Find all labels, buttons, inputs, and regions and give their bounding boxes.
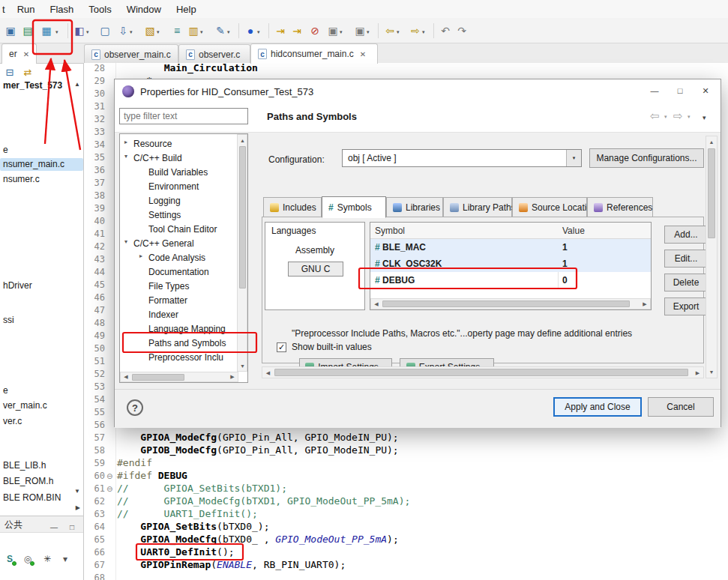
forward-icon[interactable]: ⇨ [408,23,423,38]
view-menu-icon[interactable]: ▾ [703,114,706,121]
tree-item-selected[interactable]: nsumer_main.c [0,158,83,171]
scrollbar-thumb[interactable] [239,146,246,289]
status-s-icon[interactable]: S [3,552,16,566]
tree-item-resource[interactable]: Resource [133,137,172,151]
line-number[interactable]: 40 [84,215,105,228]
scrollbar-thumb[interactable] [382,300,630,307]
tree-item[interactable]: e [0,144,8,157]
tree-item-environment[interactable]: Environment [148,180,199,193]
line-number[interactable]: 54 [84,393,105,406]
menu-item-flash[interactable]: Flash [42,4,81,15]
line-number[interactable]: 46 [84,291,105,304]
table-horizontal-scrollbar[interactable]: ◀ ▶ [370,298,651,309]
fold-marker-icon[interactable]: ⊖ [106,470,115,483]
maximize-icon[interactable]: □ [668,81,692,100]
scroll-up-icon[interactable]: ▲ [74,81,80,88]
scrollbar-thumb[interactable] [132,374,184,381]
line-number[interactable]: 34 [84,139,105,151]
database-caret-icon[interactable]: ▾ [200,29,203,35]
line-number[interactable]: 37 [84,177,105,190]
library-stack-icon[interactable]: ≡ [169,23,184,38]
line-number[interactable]: 66 [84,546,105,559]
line-number[interactable]: 61 [84,483,105,495]
add-button[interactable]: Add... [664,226,708,244]
debug-configurations-caret-icon[interactable]: ▾ [55,29,58,35]
scrollbar-thumb[interactable] [274,369,688,376]
line-number[interactable]: 39 [84,202,105,215]
scroll-left-icon[interactable]: ◀ [263,368,273,378]
back-caret-icon[interactable]: ▾ [397,29,400,35]
line-number[interactable]: 53 [84,381,105,393]
line-number[interactable]: 48 [84,317,105,330]
open-window-icon[interactable]: ▣ [352,23,367,38]
tab-references[interactable]: References [587,197,653,217]
fold-marker-icon[interactable]: ⊖ [106,483,115,495]
forward-caret-icon[interactable]: ▾ [422,29,425,35]
tree-item[interactable]: BLE_LIB.h [0,459,46,472]
maximize-panel-icon[interactable]: □ [70,519,74,536]
export-button[interactable]: Export [664,297,708,315]
tree-vertical-scrollbar[interactable]: ▲ ▼ [237,134,247,372]
line-number[interactable]: 60 [84,470,105,483]
line-number[interactable]: 52 [84,368,105,381]
tree-item[interactable]: ver_main.c [0,399,47,412]
line-number[interactable]: 67 [84,559,105,572]
tab-libraries[interactable]: Libraries [386,197,443,217]
tree-item-language-mapping[interactable]: Language Mapping [148,322,226,336]
tab-hidconsumer-main-c[interactable]: c hidconsumer_main.c ✕ [250,43,378,64]
tree-item[interactable]: ver.c [0,415,22,428]
chevron-right-icon[interactable]: ▸ [124,139,127,145]
menu-item-project[interactable]: t [0,4,10,15]
chevron-right-icon[interactable]: ▸ [139,253,142,259]
table-row-debug[interactable]: # DEBUG 0 [370,272,651,289]
tree-item[interactable]: hDriver [0,280,32,292]
redo-icon[interactable]: ↷ [454,23,469,38]
apply-and-close-button[interactable]: Apply and Close [553,397,642,417]
line-number[interactable]: 62 [84,495,105,508]
tree-item-project[interactable]: mer_Test_573 [0,79,62,92]
table-header-row[interactable]: Symbol Value [370,223,651,239]
line-number[interactable]: 44 [84,266,105,279]
scroll-down-icon[interactable]: ▼ [706,367,717,377]
build-package-icon[interactable]: ▧ [142,23,157,38]
tree-item-tool-chain-editor[interactable]: Tool Chain Editor [148,223,217,236]
scroll-right-icon[interactable]: ▶ [76,504,80,511]
line-number[interactable]: 28 [84,63,105,75]
menu-item-help[interactable]: Help [169,4,204,15]
tree-item-cpp-general[interactable]: C/C++ General [133,237,194,250]
table-row-ble-mac[interactable]: # BLE_MAC 1 [370,239,651,256]
tree-item-cpp-build[interactable]: C/C++ Build [133,151,182,165]
minimize-icon[interactable]: — [643,81,667,100]
tree-item-indexer[interactable]: Indexer [148,308,178,321]
menu-item-run[interactable]: Run [10,4,43,15]
manage-configurations-button[interactable]: Manage Configurations... [589,148,704,168]
tree-item-documentation[interactable]: Documentation [148,265,209,279]
download-caret-icon[interactable]: ▾ [130,29,133,35]
chevron-down-icon[interactable]: ▾ [566,150,581,166]
line-number[interactable]: 35 [84,151,105,164]
scroll-up-icon[interactable]: ▲ [706,137,717,147]
forward-icon[interactable]: ⇨ [673,109,683,123]
link-with-editor-icon[interactable]: ⇄ [21,65,34,79]
close-icon[interactable]: ✕ [694,81,718,100]
delete-button[interactable]: Delete [664,274,708,291]
tree-horizontal-scrollbar[interactable]: ◀ ▶ [120,372,238,382]
chevron-down-icon[interactable]: ▾ [124,238,127,245]
scrollbar-thumb[interactable] [708,148,715,238]
terminal-icon[interactable]: ▢ [97,23,112,38]
filter-input[interactable] [119,108,248,124]
download-to-target-icon[interactable]: ⇩ [115,23,130,38]
tab-library-paths[interactable]: Library Paths [443,197,512,217]
tab-observer-c[interactable]: c observer.c [178,44,250,64]
language-item-assembly[interactable]: Assembly [265,245,364,256]
settings-star-icon[interactable]: ✳ [40,552,54,566]
collapse-all-icon[interactable]: ⊟ [3,65,16,79]
skip-all-breakpoints-icon[interactable]: ⊘ [307,23,322,38]
line-number[interactable]: 38 [84,190,105,202]
line-number[interactable]: 51 [84,355,105,368]
step-command-icon[interactable]: ⇥ [273,23,288,38]
content-horizontal-scrollbar[interactable]: ◀ ▶ [262,366,704,378]
line-number[interactable]: 29 [84,75,105,88]
line-number[interactable]: 43 [84,253,105,266]
line-number[interactable]: 42 [84,241,105,253]
